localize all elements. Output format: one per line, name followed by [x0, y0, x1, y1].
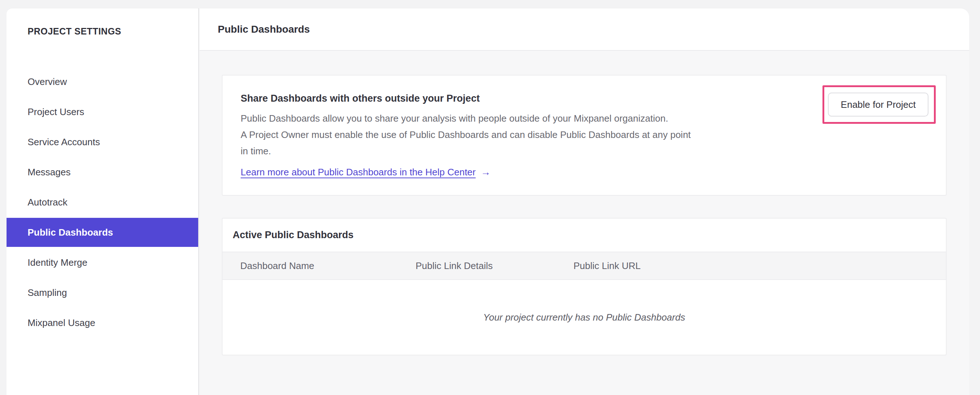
description-line: A Project Owner must enable the use of P…	[241, 127, 928, 143]
active-card-title: Active Public Dashboards	[223, 218, 946, 252]
empty-state-message: Your project currently has no Public Das…	[223, 280, 946, 355]
sidebar-item-service-accounts[interactable]: Service Accounts	[6, 127, 198, 156]
arrow-right-icon: →	[481, 166, 491, 178]
main-panel: Public Dashboards Share Dashboards with …	[200, 8, 969, 395]
share-card-description: Public Dashboards allow you to share you…	[241, 110, 928, 159]
description-line: Public Dashboards allow you to share you…	[241, 110, 928, 127]
sidebar-nav: Overview Project Users Service Accounts …	[6, 67, 198, 337]
project-settings-sidebar: PROJECT SETTINGS Overview Project Users …	[6, 8, 199, 395]
share-card-title: Share Dashboards with others outside you…	[241, 92, 928, 105]
column-header-dashboard-name: Dashboard Name	[240, 260, 415, 272]
table-header-row: Dashboard Name Public Link Details Publi…	[223, 252, 946, 280]
page-header: Public Dashboards	[200, 8, 969, 51]
active-dashboards-card: Active Public Dashboards Dashboard Name …	[222, 218, 947, 355]
description-line: in time.	[241, 143, 928, 159]
sidebar-item-mixpanel-usage[interactable]: Mixpanel Usage	[6, 308, 198, 337]
sidebar-item-overview[interactable]: Overview	[6, 67, 198, 96]
share-dashboards-card: Share Dashboards with others outside you…	[222, 75, 947, 196]
sidebar-item-messages[interactable]: Messages	[6, 158, 198, 186]
help-center-link[interactable]: Learn more about Public Dashboards in th…	[241, 166, 491, 178]
panel-body: Share Dashboards with others outside you…	[200, 51, 969, 355]
help-center-link-label: Learn more about Public Dashboards in th…	[241, 167, 476, 178]
enable-for-project-button[interactable]: Enable for Project	[828, 92, 929, 116]
sidebar-item-public-dashboards[interactable]: Public Dashboards	[6, 218, 198, 247]
sidebar-item-project-users[interactable]: Project Users	[6, 97, 198, 126]
page-title: Public Dashboards	[218, 24, 310, 35]
column-header-public-link-url: Public Link URL	[573, 260, 946, 272]
sidebar-item-autotrack[interactable]: Autotrack	[6, 188, 198, 217]
sidebar-title: PROJECT SETTINGS	[6, 8, 198, 37]
column-header-public-link-details: Public Link Details	[415, 260, 573, 272]
sidebar-item-identity-merge[interactable]: Identity Merge	[6, 248, 198, 277]
sidebar-item-sampling[interactable]: Sampling	[6, 278, 198, 307]
